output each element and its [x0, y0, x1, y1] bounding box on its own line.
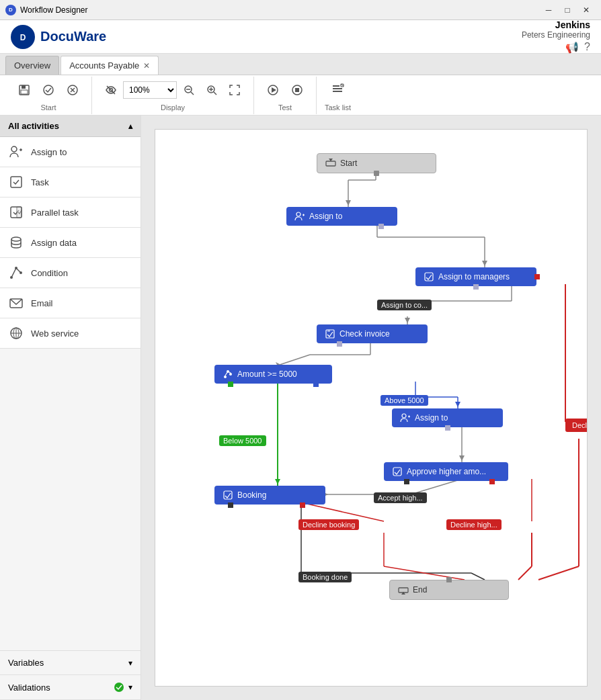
zoom-in-button[interactable]	[201, 79, 223, 101]
node-end[interactable]: End	[389, 580, 509, 600]
title-bar: D Workflow Designer ─ □ ✕	[0, 0, 601, 20]
tabs-bar: Overview Accounts Payable ✕	[0, 54, 601, 75]
toolbar-group-test: Test	[254, 77, 317, 114]
svg-line-12	[191, 92, 194, 95]
toolbar-group-start: Start	[5, 77, 92, 114]
svg-point-36	[10, 276, 13, 279]
node-approve-higher-label: Approve higher amo...	[407, 467, 486, 476]
canvas-inner[interactable]: Start Assign to Assi	[155, 129, 588, 687]
validations-right	[114, 682, 132, 693]
approve-button[interactable]	[38, 79, 59, 101]
node-booking-label: Booking	[237, 490, 266, 500]
assign-to-1-icon	[294, 211, 305, 222]
close-button[interactable]: ✕	[577, 3, 596, 17]
node-amount-condition-label: Amount >= 5000	[237, 369, 297, 379]
sidebar-item-assign-data-label: Assign data	[31, 238, 77, 248]
approve-port-bottom-left	[404, 479, 409, 484]
announcement-icon[interactable]: 📢	[565, 41, 579, 54]
stop-button[interactable]	[286, 79, 308, 101]
node-amount-condition[interactable]: Amount >= 5000	[214, 365, 332, 384]
logo-text: DocuWare	[40, 29, 106, 44]
tab-accounts-payable[interactable]: Accounts Payable ✕	[61, 56, 159, 75]
svg-rect-23	[333, 88, 342, 89]
sidebar-item-web-service[interactable]: Web service	[0, 318, 141, 349]
zoom-select[interactable]: 100% 75% 50% 125% 150%	[123, 81, 177, 99]
label-assign-to-co: Assign to co...	[377, 300, 432, 310]
tab-overview[interactable]: Overview	[5, 56, 59, 75]
sidebar-item-assign-to[interactable]: Assign to	[0, 137, 141, 167]
tab-overview-label: Overview	[14, 60, 50, 71]
validations-label: Validations	[8, 683, 50, 693]
condition-node-icon	[223, 369, 233, 380]
task-icon	[8, 174, 24, 190]
svg-marker-68	[275, 479, 280, 484]
svg-point-105	[296, 212, 300, 216]
node-approve-higher[interactable]: Approve higher amo...	[384, 462, 508, 481]
booking-port-bottom-left	[228, 502, 233, 508]
sidebar-footer-variables[interactable]: Variables	[0, 651, 141, 675]
minimize-button[interactable]: ─	[539, 3, 558, 17]
assign-to-2-icon	[400, 412, 411, 423]
validations-chevron-icon	[128, 683, 132, 692]
node-check-invoice[interactable]: Check invoice	[317, 324, 428, 343]
check-invoice-port	[337, 341, 342, 347]
svg-line-60	[280, 355, 310, 365]
start-icon	[325, 158, 336, 169]
svg-rect-30	[11, 177, 22, 187]
sidebar-item-condition[interactable]: Condition	[0, 258, 141, 288]
label-decline: Decline	[565, 419, 588, 432]
node-start[interactable]: Start	[317, 153, 436, 173]
canvas[interactable]: Start Assign to Assi	[141, 116, 601, 700]
svg-rect-21	[295, 88, 299, 92]
tab-close-icon[interactable]: ✕	[143, 61, 150, 71]
label-above-5000: Above 5000	[380, 395, 428, 406]
svg-line-15	[214, 92, 216, 95]
toolbar: Start 100% 75% 50% 125% 150%	[0, 75, 601, 116]
validations-left: Validations	[8, 683, 50, 693]
svg-rect-108	[425, 273, 433, 281]
sidebar-item-assign-data[interactable]: Assign data	[0, 228, 141, 258]
svg-point-111	[224, 376, 227, 378]
play-button[interactable]	[262, 79, 284, 101]
toolbar-display-label: Display	[161, 103, 185, 112]
sidebar-item-condition-label: Condition	[31, 268, 68, 278]
maximize-button[interactable]: □	[558, 3, 577, 17]
node-assign-to-1[interactable]: Assign to	[286, 207, 397, 226]
svg-line-78	[301, 502, 384, 521]
managers-port-right	[534, 274, 540, 279]
help-icon[interactable]: ?	[584, 41, 590, 54]
sidebar-footer: Variables Validations	[0, 650, 141, 700]
tab-accounts-payable-label: Accounts Payable	[69, 60, 139, 71]
fit-button[interactable]	[224, 79, 245, 101]
approve-port-bottom-right	[489, 479, 495, 484]
sidebar-item-task[interactable]: Task	[0, 167, 141, 198]
sidebar-item-email[interactable]: Email	[0, 288, 141, 318]
tasklist-button[interactable]	[327, 79, 349, 101]
svg-point-27	[11, 146, 17, 152]
view-button[interactable]	[100, 79, 122, 101]
node-assign-managers-label: Assign to managers	[438, 272, 510, 281]
svg-marker-57	[405, 318, 410, 323]
title-bar-controls: ─ □ ✕	[539, 3, 596, 17]
sidebar-footer-validations[interactable]: Validations	[0, 675, 141, 700]
svg-marker-52	[482, 261, 487, 266]
cancel-button[interactable]	[62, 79, 83, 101]
svg-point-116	[402, 414, 406, 418]
svg-marker-70	[459, 455, 465, 461]
sidebar-collapse-icon[interactable]	[128, 122, 132, 131]
toolbar-group-tasklist: Task list	[317, 77, 359, 114]
header-icons: 📢 ?	[522, 41, 590, 54]
managers-port-bottom	[473, 284, 479, 290]
sidebar-item-parallel-task[interactable]: Parallel task	[0, 198, 141, 228]
sidebar-header-label: All activities	[8, 121, 59, 131]
assign-data-icon	[8, 234, 24, 251]
svg-marker-19	[272, 87, 276, 93]
assign-to-1-port	[378, 224, 384, 229]
svg-rect-120	[393, 468, 401, 476]
save-button[interactable]	[13, 79, 35, 101]
node-assign-to-2[interactable]: Assign to	[392, 408, 503, 427]
zoom-out-button[interactable]	[178, 79, 200, 101]
node-assign-to-managers[interactable]: Assign to managers	[415, 267, 536, 286]
sidebar-item-parallel-task-label: Parallel task	[31, 208, 79, 218]
node-booking[interactable]: Booking	[214, 486, 325, 505]
